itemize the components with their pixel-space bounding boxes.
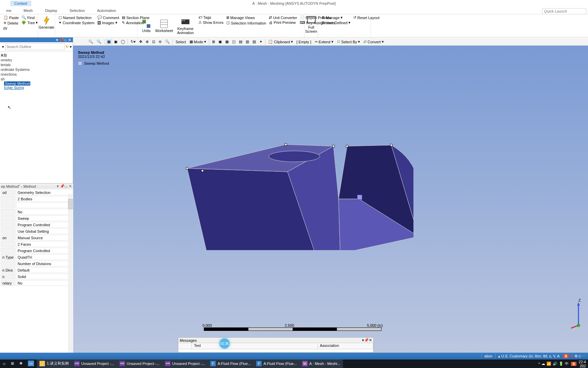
vt-i7-icon[interactable]: ▨ — [251, 39, 258, 45]
tray-sogou-icon[interactable]: S — [571, 362, 576, 366]
panel-pin-icon[interactable]: 📌 — [59, 38, 63, 42]
vt-i4-icon[interactable]: ◫ — [230, 39, 237, 45]
viewport-3d[interactable]: Sweep Method 2021/12/3 22:42 Sweep Metho… — [73, 46, 588, 353]
tray-clock[interactable]: 22:4 — [579, 360, 586, 364]
task-app1[interactable]: ❋ — [17, 359, 25, 368]
manage-views-button[interactable]: ⊞Manage Views — [225, 15, 267, 20]
status-icon-a[interactable]: A — [570, 354, 574, 358]
vt-zoomfit-icon[interactable]: ⊡ — [150, 39, 157, 45]
details-row[interactable]: No — [1, 209, 72, 215]
vt-clipboard-button[interactable]: 📋Clipboard▾ — [266, 39, 295, 45]
details-scrollbar[interactable] — [68, 194, 73, 353]
details-row[interactable]: Program Controlled — [1, 248, 72, 254]
details-row[interactable]: Use Global Setting — [1, 228, 72, 234]
quick-launch-input[interactable] — [542, 8, 586, 14]
vt-mode-button[interactable]: ▦Mode▾ — [188, 39, 208, 45]
worksheet-button[interactable]: Worksheet — [153, 15, 175, 36]
msg-col-assoc[interactable]: Association — [318, 343, 373, 349]
status-icon-smile[interactable]: ☺ — [578, 354, 582, 358]
details-value[interactable]: Geometry Selection — [16, 189, 72, 195]
tree-item-coord-systems[interactable]: ordinate Systems — [1, 67, 72, 72]
details-row[interactable]: n DivsDefault — [1, 267, 72, 273]
details-value[interactable]: Manual Source — [16, 235, 72, 241]
details-close-icon[interactable]: ✕ — [68, 184, 72, 188]
details-row[interactable]: onManual Source — [1, 235, 72, 241]
task-meshing[interactable]: MA : Mesh - Meshi... — [299, 359, 343, 368]
task-start[interactable]: ○ — [0, 359, 8, 368]
task-fluent2[interactable]: FA:Fluid Flow (Flue... — [254, 359, 299, 368]
task-wb3[interactable]: WBUnsaved Project -... — [162, 359, 208, 368]
tray-chevron-icon[interactable]: ^ — [538, 362, 540, 366]
orientation-triad[interactable]: Z — [568, 298, 585, 329]
details-value[interactable]: Quad/Tri — [16, 254, 72, 260]
panel-max-icon[interactable]: □ — [63, 38, 67, 42]
details-row[interactable]: 2 Faces — [1, 241, 72, 247]
details-value[interactable]: 2 Faces — [16, 241, 72, 247]
vt-box-icon[interactable]: ▣ — [112, 39, 119, 45]
tree-item-edge-sizing[interactable]: Edge Sizing — [4, 85, 24, 90]
vt-rotate-icon[interactable]: ↻▾ — [129, 39, 137, 45]
task-app2[interactable]: ▭ — [25, 359, 37, 368]
delete-button[interactable]: ✕Delete — [2, 20, 20, 26]
details-row[interactable]: ndaryNo — [1, 280, 72, 286]
sogou-ime-icon[interactable]: S — [563, 354, 568, 358]
details-value[interactable]: Program Controlled — [16, 222, 72, 228]
msg-pin-icon[interactable]: 📌 — [364, 338, 369, 342]
details-dropdown-icon[interactable]: ▾ — [56, 184, 60, 188]
details-pin-icon[interactable]: 📌 — [60, 184, 64, 188]
details-value[interactable]: No — [16, 209, 72, 215]
details-value[interactable]: No — [16, 280, 72, 286]
status-units[interactable]: ▴ U.S. Customary (in, lbm, lbf, s, V, A — [495, 354, 562, 358]
show-errors-button[interactable]: ⚠Show Errors — [197, 20, 225, 25]
tree-button[interactable]: 🌳Tree▾ — [20, 20, 39, 25]
geometry-model[interactable] — [168, 87, 413, 250]
details-row[interactable]: 2 Bodies — [1, 196, 72, 202]
tray-battery-icon[interactable]: 🔋 — [559, 362, 564, 366]
print-preview-button[interactable]: 🖨Print Preview — [267, 20, 298, 25]
outline-filter-icon[interactable]: ▾ — [1, 45, 5, 49]
status-icon-more[interactable]: ⋯ — [582, 354, 585, 358]
details-row[interactable]: n TypeQuad/Tri — [1, 254, 72, 260]
vt-i2-icon[interactable]: ▣ — [217, 39, 224, 45]
generate-button[interactable]: Generate — [40, 15, 53, 30]
fullscreen-button[interactable]: Full Screen — [307, 15, 316, 34]
tray-cloud-icon[interactable]: ☁ — [541, 362, 545, 366]
menu-automation[interactable]: Automation — [91, 7, 122, 14]
tree-item-mesh[interactable]: sh — [1, 77, 72, 81]
manage-layout-button[interactable]: ⚙Manage▾ — [320, 15, 352, 20]
task-wb1[interactable]: WBUnsaved Project -... — [71, 359, 117, 368]
comment-button[interactable]: 💬Comment — [96, 15, 121, 20]
details-value[interactable]: Default — [16, 267, 72, 273]
panel-close-icon[interactable]: ✕ — [67, 38, 71, 42]
vt-i1-icon[interactable]: ⊞ — [210, 39, 217, 45]
outline-search-input[interactable] — [5, 43, 65, 50]
details-value[interactable] — [16, 202, 72, 208]
details-row[interactable]: odGeometry Selection — [1, 189, 72, 195]
details-value[interactable]: Solid — [16, 274, 72, 279]
msg-close-icon[interactable]: ✕ — [369, 338, 372, 342]
details-row[interactable]: nSolid — [1, 274, 72, 279]
vt-zoomout-icon[interactable]: ⊖ — [157, 39, 163, 45]
vt-zoomin-icon[interactable]: ⊕ — [144, 39, 150, 45]
user-defined-button[interactable]: ⊞User Defined▾ — [320, 20, 352, 25]
details-max-icon[interactable]: □ — [64, 184, 68, 188]
vt-zoombox-icon[interactable]: 🔍 — [163, 39, 172, 45]
status-icon-gear[interactable]: ⚙ — [574, 354, 578, 358]
unit-converter-button[interactable]: ⇄Unit Converter — [267, 15, 298, 20]
vt-i8-icon[interactable]: ✦ — [258, 39, 264, 45]
outline-more-icon[interactable]: ▾ — [70, 45, 72, 49]
menu-home[interactable]: me — [0, 7, 17, 14]
details-row[interactable] — [1, 202, 72, 208]
menu-mesh[interactable]: Mesh — [17, 7, 39, 14]
msg-col-text[interactable]: Text — [192, 343, 318, 349]
task-wb2[interactable]: WBUnsaved Project -... — [117, 359, 162, 368]
tray-ime-icon[interactable]: 中 — [565, 361, 569, 366]
units-button[interactable]: Units — [140, 15, 153, 36]
details-row[interactable]: Number of Divisions — [1, 261, 72, 266]
menu-selection[interactable]: Selection — [63, 7, 91, 14]
msg-col-icon[interactable] — [178, 343, 192, 349]
details-value[interactable]: Sweep — [16, 215, 72, 221]
tree-root[interactable]: A3) — [1, 53, 72, 58]
copy-button[interactable]: py — [2, 26, 20, 30]
vt-empty-button[interactable]: [ Empty ] — [295, 39, 313, 45]
